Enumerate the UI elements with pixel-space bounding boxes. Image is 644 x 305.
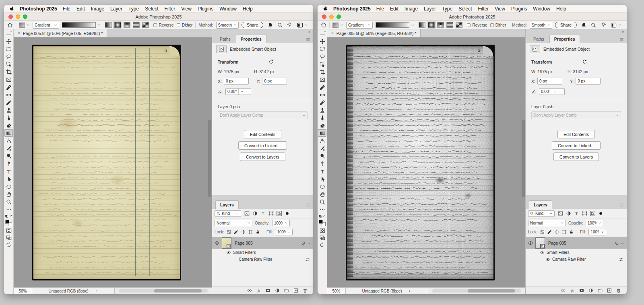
tool-preset-select[interactable]: Gradient: [33, 22, 59, 29]
panel-menu-icon[interactable]: [306, 203, 310, 207]
lock-all-icon[interactable]: [569, 230, 574, 234]
tab-properties[interactable]: Properties: [549, 35, 580, 43]
delete-layer-icon[interactable]: [616, 288, 621, 293]
tab-paths[interactable]: Paths: [529, 35, 549, 43]
gradient-style-angle[interactable]: [437, 22, 444, 28]
dodge-tool[interactable]: [4, 144, 13, 152]
filter-visibility-eye-icon[interactable]: [546, 258, 550, 262]
x-position-input[interactable]: [224, 78, 249, 84]
camera-raw-filter-row[interactable]: Camera Raw Filter: [526, 256, 627, 263]
panel-menu-icon[interactable]: [306, 37, 310, 41]
collapse-filters-chevron-icon[interactable]: [307, 241, 311, 245]
filter-kind-select[interactable]: Kind: [215, 210, 241, 217]
apple-menu-icon[interactable]: [9, 6, 14, 11]
tool-preset-swatch[interactable]: [19, 23, 30, 28]
filter-kind-select[interactable]: Kind: [528, 210, 555, 217]
new-layer-icon[interactable]: [293, 288, 298, 293]
gradient-style-reflected[interactable]: [133, 22, 140, 28]
path-selection-tool[interactable]: [318, 175, 326, 183]
convert-to-linked-button[interactable]: Convert to Linked...: [552, 141, 601, 150]
type-filter-icon[interactable]: [260, 211, 266, 216]
pixel-layer-filter-icon[interactable]: [558, 211, 563, 216]
move-tool[interactable]: [318, 37, 326, 45]
reset-transform-icon[interactable]: [268, 59, 274, 64]
tool-preset-select[interactable]: Gradient: [346, 22, 373, 29]
close-tab-icon[interactable]: ×: [331, 31, 334, 35]
healing-brush-tool[interactable]: [4, 91, 13, 99]
lock-paint-icon[interactable]: [234, 230, 238, 234]
vertical-scrollbar-thumb[interactable]: [208, 120, 211, 198]
convert-to-layers-button[interactable]: Convert to Layers: [240, 152, 285, 161]
layer-effects-icon[interactable]: [256, 288, 261, 293]
object-selection-tool[interactable]: [318, 60, 326, 68]
pen-tool[interactable]: [318, 160, 326, 167]
status-profile[interactable]: Untagged RGB (8bpc): [346, 288, 428, 294]
zoom-level-field[interactable]: 50%: [327, 288, 346, 294]
opacity-select[interactable]: 100%: [272, 220, 290, 226]
method-select[interactable]: Smooth: [530, 22, 552, 29]
ellipse-tool[interactable]: [318, 183, 326, 190]
zoom-level-field[interactable]: 50%: [14, 288, 32, 294]
smart-filters-eye-icon[interactable]: [540, 251, 544, 255]
menu-item-select[interactable]: Select: [458, 6, 472, 12]
zoom-window-button[interactable]: [23, 14, 27, 19]
collapse-filters-chevron-icon[interactable]: [621, 241, 624, 245]
clone-stamp-tool[interactable]: [4, 106, 13, 114]
menu-item-layer[interactable]: Layer: [424, 6, 436, 12]
layer-group-icon[interactable]: [598, 288, 603, 293]
type-tool[interactable]: [4, 167, 13, 175]
menu-item-plugins[interactable]: Plugins: [511, 6, 527, 12]
swap-colors-icon[interactable]: [9, 214, 13, 218]
quick-mask-icon[interactable]: [320, 228, 325, 233]
collapse-panels-button[interactable]: »: [308, 30, 310, 34]
move-tool[interactable]: [4, 37, 13, 45]
burn-tool[interactable]: [4, 152, 13, 160]
vertical-scrollbar[interactable]: [208, 37, 211, 287]
gradient-style-radial[interactable]: [114, 22, 121, 28]
layer-group-icon[interactable]: [284, 288, 289, 293]
foreground-background-swatch[interactable]: [5, 220, 12, 226]
gradient-style-linear[interactable]: [419, 22, 425, 28]
filter-toggle-dot[interactable]: [285, 211, 290, 216]
convert-to-linked-button[interactable]: Convert to Linked...: [238, 141, 287, 150]
reset-transform-icon[interactable]: [582, 59, 587, 64]
edit-contents-button[interactable]: Edit Contents: [244, 130, 281, 138]
vertical-scrollbar[interactable]: [522, 37, 525, 287]
search-icon[interactable]: [277, 23, 283, 28]
reverse-checkbox[interactable]: Reverse: [153, 23, 173, 27]
smart-filters-row[interactable]: Smart Filters: [526, 249, 627, 256]
frame-tool[interactable]: [318, 76, 326, 83]
collapse-panels-button[interactable]: »: [622, 30, 624, 34]
rotation-angle-select[interactable]: 0.00°: [539, 88, 565, 95]
rotate-view-icon[interactable]: [320, 242, 325, 247]
delete-layer-icon[interactable]: [303, 288, 308, 293]
layer-visibility-eye-icon[interactable]: [526, 241, 535, 245]
adjustment-layer-icon[interactable]: [588, 288, 593, 293]
share-button[interactable]: Share: [555, 22, 577, 28]
horizontal-scrollbar[interactable]: [432, 289, 521, 293]
close-tab-icon[interactable]: ×: [18, 31, 20, 35]
lasso-tool[interactable]: [4, 53, 13, 60]
smart-object-filter-icon[interactable]: [590, 211, 595, 216]
quick-mask-icon[interactable]: [6, 228, 12, 233]
lasso-tool[interactable]: [318, 53, 326, 60]
menu-item-layer[interactable]: Layer: [110, 6, 122, 12]
x-position-input[interactable]: [537, 78, 562, 84]
tab-properties[interactable]: Properties: [236, 35, 266, 43]
opacity-select[interactable]: 100%: [586, 220, 603, 226]
shape-filter-icon[interactable]: [268, 211, 274, 216]
new-layer-icon[interactable]: [607, 288, 612, 293]
brush-tool[interactable]: [4, 99, 13, 106]
ellipse-tool[interactable]: [4, 183, 13, 190]
menu-item-view[interactable]: View: [181, 6, 192, 12]
gradient-style-diamond[interactable]: [142, 22, 149, 28]
dodge-tool[interactable]: [318, 144, 326, 152]
hand-tool[interactable]: [318, 190, 326, 198]
menu-item-help[interactable]: Help: [243, 6, 253, 12]
tab-layers[interactable]: Layers: [215, 200, 239, 209]
type-tool[interactable]: [318, 167, 326, 175]
menu-item-window[interactable]: Window: [533, 6, 550, 12]
filter-options-icon[interactable]: [305, 257, 310, 262]
pen-tool[interactable]: [4, 160, 13, 167]
layer-comp-select[interactable]: Don't Apply Layer Comp: [531, 111, 621, 119]
